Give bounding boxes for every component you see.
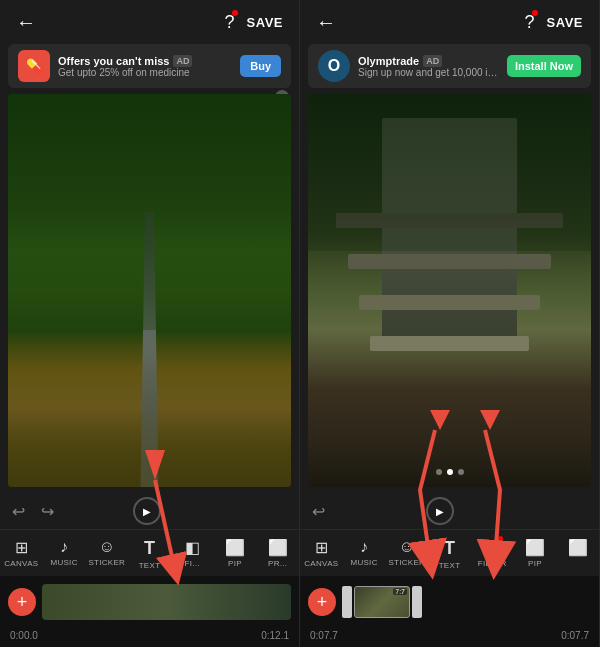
left-timestamp-bar: 0:00.0 0:12.1: [0, 628, 299, 647]
canvas-label: CANVAS: [4, 559, 38, 568]
clip-badge: 7:7: [393, 588, 407, 595]
left-ad-subtitle: Get upto 25% off on medicine: [58, 67, 232, 78]
left-video-area: [8, 94, 291, 487]
text-label: TEXT: [139, 561, 161, 570]
right-tool-text[interactable]: T TEXT: [428, 534, 471, 574]
r-pip-label: PIP: [528, 559, 542, 568]
r-sticker-icon: ☺: [399, 538, 415, 556]
right-tool-more[interactable]: ⬜: [556, 534, 599, 574]
dot-3: [458, 469, 464, 475]
left-tool-text[interactable]: T TEXT: [128, 534, 171, 574]
right-timeline: + 7:7: [300, 576, 599, 628]
left-time-end: 0:12.1: [261, 630, 289, 641]
canvas-icon: ⊞: [15, 538, 28, 557]
r-pip-icon: ⬜: [525, 538, 545, 557]
left-tool-canvas[interactable]: ⊞ CANVAS: [0, 534, 43, 574]
left-back-button[interactable]: ←: [16, 11, 36, 34]
right-ad-title: Olymptrade: [358, 55, 419, 67]
left-timeline: +: [0, 576, 299, 628]
dot-2: [447, 469, 453, 475]
right-timestamp-bar: 0:07.7 0:07.7: [300, 628, 599, 647]
left-add-button[interactable]: +: [8, 588, 36, 616]
right-tool-pip[interactable]: ⬜ PIP: [514, 534, 557, 574]
r-text-label: TEXT: [439, 561, 461, 570]
right-video-area: [308, 94, 591, 487]
left-ad-badge: AD: [173, 55, 192, 67]
r-canvas-icon: ⊞: [315, 538, 328, 557]
left-help-red-dot: [232, 10, 238, 16]
r-canvas-label: CANVAS: [304, 559, 338, 568]
left-panel: ← ? SAVE 💊 Offers you can't miss AD Get …: [0, 0, 300, 647]
left-help-icon[interactable]: ?: [225, 12, 235, 33]
right-ad-subtitle: Sign up now and get 10,000 in your demo …: [358, 67, 499, 78]
right-pagination: [436, 469, 464, 475]
clip-thumbnail[interactable]: 7:7: [354, 586, 410, 618]
left-save-button[interactable]: SAVE: [247, 15, 283, 30]
right-help-icon[interactable]: ?: [525, 12, 535, 33]
right-undo-button[interactable]: ↩: [312, 502, 325, 521]
left-play-button[interactable]: ▶: [133, 497, 161, 525]
music-label: MUSIC: [50, 558, 77, 567]
more-label: PR...: [268, 559, 287, 568]
left-video-scene: [8, 94, 291, 487]
left-undo-button[interactable]: ↩: [12, 502, 25, 521]
right-tool-canvas[interactable]: ⊞ CANVAS: [300, 534, 343, 574]
music-icon: ♪: [60, 538, 68, 556]
left-tool-sticker[interactable]: ☺ STICKER: [85, 534, 128, 574]
more-icon: ⬜: [268, 538, 288, 557]
clip-right-handle[interactable]: [412, 586, 422, 618]
left-ad-button[interactable]: Buy: [240, 55, 281, 77]
sticker-label: STICKER: [88, 558, 125, 567]
right-tool-filter[interactable]: ◧ FILTER: [471, 534, 514, 574]
right-ad-icon: O: [318, 50, 350, 82]
left-ad-icon: 💊: [18, 50, 50, 82]
right-save-button[interactable]: SAVE: [547, 15, 583, 30]
right-help-red-dot: [532, 10, 538, 16]
right-back-button[interactable]: ←: [316, 11, 336, 34]
filter-label: FI...: [185, 559, 200, 568]
right-ad-install-button[interactable]: Install Now: [507, 55, 581, 77]
r-filter-label: FILTER: [478, 559, 507, 568]
right-timeline-track[interactable]: 7:7: [342, 584, 591, 620]
left-tool-pip[interactable]: ⬜ PIP: [214, 534, 257, 574]
filter-icon: ◧: [185, 538, 200, 557]
right-play-button[interactable]: ▶: [426, 497, 454, 525]
pip-label: PIP: [228, 559, 242, 568]
right-ad-banner: O Olymptrade AD Sign up now and get 10,0…: [308, 44, 591, 88]
left-ad-title: Offers you can't miss: [58, 55, 169, 67]
right-time-start: 0:07.7: [310, 630, 338, 641]
right-ad-text: Olymptrade AD Sign up now and get 10,000…: [358, 55, 499, 78]
left-timeline-track[interactable]: [42, 584, 291, 620]
left-ad-text: Offers you can't miss AD Get upto 25% of…: [58, 55, 232, 78]
right-time-end: 0:07.7: [561, 630, 589, 641]
sticker-icon: ☺: [99, 538, 115, 556]
r-more-icon: ⬜: [568, 538, 588, 557]
r-music-label: MUSIC: [350, 558, 377, 567]
right-panel: ← ? SAVE O Olymptrade AD Sign up now and…: [300, 0, 600, 647]
left-ad-banner: 💊 Offers you can't miss AD Get upto 25% …: [8, 44, 291, 88]
right-toolbar: ⊞ CANVAS ♪ MUSIC ☺ STICKER T TEXT ◧ FILT…: [300, 529, 599, 576]
left-header: ← ? SAVE: [0, 0, 299, 44]
clip-left-handle[interactable]: [342, 586, 352, 618]
text-icon: T: [144, 538, 155, 559]
left-redo-button[interactable]: ↪: [41, 502, 54, 521]
right-ad-badge: AD: [423, 55, 442, 67]
right-header: ← ? SAVE: [300, 0, 599, 44]
left-tool-filter[interactable]: ◧ FI...: [171, 534, 214, 574]
left-tool-more[interactable]: ⬜ PR...: [256, 534, 299, 574]
right-tool-sticker[interactable]: ☺ STICKER: [385, 534, 428, 574]
left-toolbar: ⊞ CANVAS ♪ MUSIC ☺ STICKER T TEXT ◧ FI..…: [0, 529, 299, 576]
right-add-button[interactable]: +: [308, 588, 336, 616]
r-filter-icon: ◧: [485, 538, 500, 557]
right-tool-music[interactable]: ♪ MUSIC: [343, 534, 386, 574]
r-sticker-label: STICKER: [388, 558, 425, 567]
pip-icon: ⬜: [225, 538, 245, 557]
r-text-icon: T: [444, 538, 455, 559]
r-music-icon: ♪: [360, 538, 368, 556]
left-time-start: 0:00.0: [10, 630, 38, 641]
dot-1: [436, 469, 442, 475]
right-video-scene: [308, 94, 591, 487]
forest-overlay: [8, 94, 291, 487]
left-tool-music[interactable]: ♪ MUSIC: [43, 534, 86, 574]
